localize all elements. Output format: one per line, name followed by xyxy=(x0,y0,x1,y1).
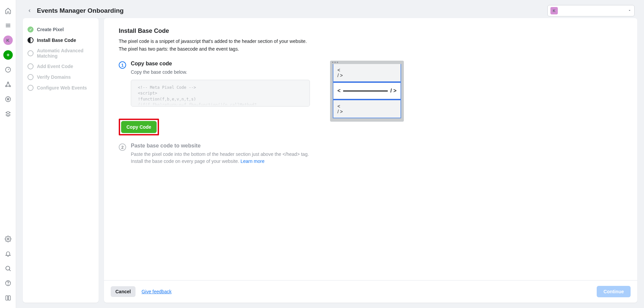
step-indicator-icon xyxy=(28,85,34,91)
step-add-event-code: Add Event Code xyxy=(28,61,94,72)
step-label: Install Base Code xyxy=(37,38,76,43)
substep-title: Copy base code xyxy=(131,61,310,67)
svg-point-10 xyxy=(7,238,9,240)
code-display[interactable]: <!-- Meta Pixel Code --> <script> !funct… xyxy=(131,80,310,107)
step-label: Automatic Advanced Matching xyxy=(37,48,94,59)
step-indicator-icon xyxy=(28,63,34,69)
substep-paste-code: 2 Paste base code to website Paste the p… xyxy=(119,143,310,165)
step-label: Add Event Code xyxy=(37,64,73,69)
help-icon[interactable] xyxy=(2,277,14,289)
continue-button[interactable]: Continue xyxy=(597,286,631,297)
page-header: Events Manager Onboarding K xyxy=(23,3,637,18)
step-verify-domains: Verify Domains xyxy=(28,72,94,82)
svg-point-14 xyxy=(8,285,8,285)
step-label: Configure Web Events xyxy=(37,85,87,90)
step-indicator-icon xyxy=(28,74,34,80)
check-icon xyxy=(28,26,34,33)
content-heading: Install Base Code xyxy=(119,27,623,35)
page-title: Events Manager Onboarding xyxy=(37,7,547,14)
svg-rect-16 xyxy=(8,296,10,300)
copy-highlight: Copy Code xyxy=(119,119,159,135)
search-icon[interactable] xyxy=(2,262,14,274)
step-configure-web-events: Configure Web Events xyxy=(28,82,94,93)
avatar[interactable]: K xyxy=(2,34,14,46)
substep-title: Paste base code to website xyxy=(131,143,310,149)
account-selector[interactable]: K xyxy=(547,5,635,16)
page: Events Manager Onboarding K Create Pixel… xyxy=(16,0,644,308)
home-icon[interactable] xyxy=(2,5,14,17)
step-indicator-icon xyxy=(28,37,34,43)
layers-icon[interactable] xyxy=(2,108,14,120)
chevron-down-icon xyxy=(628,8,632,13)
content-desc2: The pixel has two parts: the basecode an… xyxy=(119,46,623,53)
step-number-1: 1 xyxy=(119,61,126,69)
report-icon[interactable] xyxy=(2,292,14,304)
account-avatar: K xyxy=(550,7,558,14)
substep-copy-code: 1 Copy base code Copy the base code belo… xyxy=(119,61,310,107)
menu-icon[interactable] xyxy=(2,19,14,32)
svg-point-9 xyxy=(5,97,10,102)
substep-subtitle: Copy the base code below. xyxy=(131,69,310,76)
bell-icon[interactable] xyxy=(2,248,14,260)
add-button[interactable] xyxy=(2,49,14,61)
connections-icon[interactable] xyxy=(2,78,14,90)
give-feedback-link[interactable]: Give feedback xyxy=(142,289,172,294)
content-desc1: The pixel code is a snippet of javascrip… xyxy=(119,38,623,45)
svg-line-12 xyxy=(9,269,10,271)
step-create-pixel[interactable]: Create Pixel xyxy=(28,24,94,35)
learn-more-link[interactable]: Learn more xyxy=(240,159,265,164)
svg-rect-15 xyxy=(6,296,8,300)
step-indicator-icon xyxy=(28,50,34,56)
footer: Cancel Give feedback Continue xyxy=(104,280,637,303)
copy-code-button[interactable]: Copy Code xyxy=(121,121,157,133)
code-illustration: < / > </ > < xyxy=(330,61,404,122)
back-button[interactable] xyxy=(25,7,34,15)
content-card: Install Base Code The pixel code is a sn… xyxy=(104,18,637,303)
star-icon[interactable] xyxy=(2,93,14,105)
cancel-button[interactable]: Cancel xyxy=(111,286,136,297)
step-label: Verify Domains xyxy=(37,74,71,80)
substep-subtitle: Paste the pixel code into the bottom of … xyxy=(131,151,310,165)
global-nav-rail: K xyxy=(0,0,16,308)
step-sidebar: Create Pixel Install Base Code Automatic… xyxy=(23,18,99,303)
svg-point-11 xyxy=(6,266,10,270)
gauge-icon[interactable] xyxy=(2,64,14,76)
gear-icon[interactable] xyxy=(2,233,14,245)
step-advanced-matching: Automatic Advanced Matching xyxy=(28,46,94,61)
step-label: Create Pixel xyxy=(37,27,64,32)
step-number-2: 2 xyxy=(119,143,126,151)
step-install-base-code[interactable]: Install Base Code xyxy=(28,35,94,46)
